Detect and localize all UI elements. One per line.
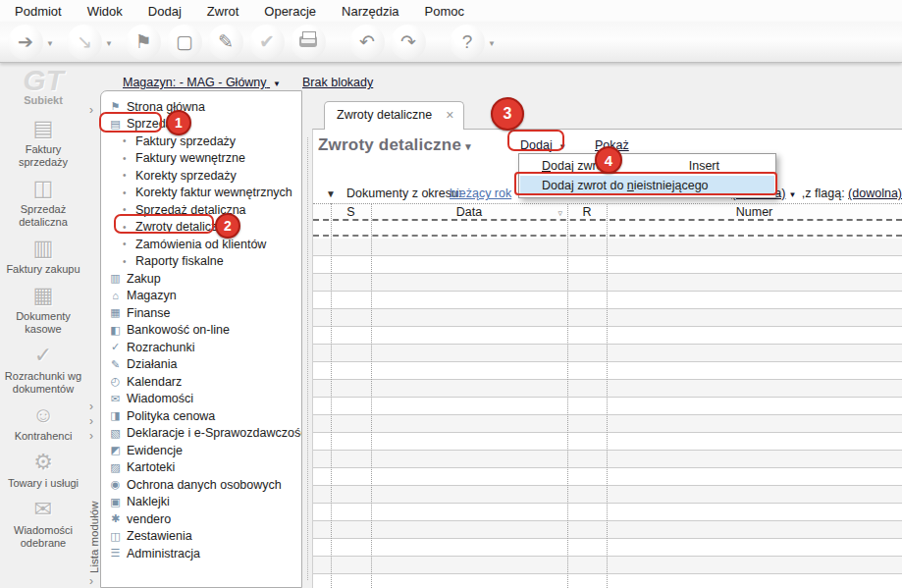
tree-item-raporty-fiskalne[interactable]: • Raporty fiskalne bbox=[101, 253, 301, 271]
tree-item-faktury-sprzedazy[interactable]: • Faktury sprzedaży bbox=[101, 133, 301, 150]
flag-icon[interactable]: ⚑ bbox=[126, 25, 161, 60]
chevron-right-icon[interactable]: › bbox=[89, 574, 93, 588]
warehouse-selector-link[interactable]: Magazyn: - MAG - Główny ▼ bbox=[123, 76, 281, 89]
tree-item-sprzedaz[interactable]: ▤ Sprzedaż bbox=[101, 116, 301, 134]
banking-icon: ◧ bbox=[108, 324, 123, 337]
contractors-icon: ☺ bbox=[27, 401, 60, 430]
column-header-numer[interactable]: Numer bbox=[607, 204, 902, 219]
tree-item-naklejki[interactable]: ▣ Naklejki bbox=[101, 494, 301, 511]
tree-item-finanse[interactable]: ▦ Finanse bbox=[101, 304, 301, 322]
navigate-icon[interactable]: ➔ ▼ bbox=[8, 25, 43, 60]
print-icon[interactable] bbox=[291, 25, 326, 60]
menu-pomoc[interactable]: Pomoc bbox=[412, 2, 477, 21]
menu-narzedzia[interactable]: Narzędzia bbox=[329, 2, 412, 21]
labels-icon: ▣ bbox=[108, 496, 123, 508]
tree-item-label: Sprzedaż bbox=[127, 117, 179, 131]
sidebar-item-rozrachunki-wg-dokumentow[interactable]: ✓ Rozrachunki wg dokumentów bbox=[1, 341, 85, 396]
menu-dodaj[interactable]: Dodaj bbox=[135, 2, 194, 21]
tree-item-deklaracje[interactable]: ▧ Deklaracje i e-Sprawozdawczość bbox=[101, 425, 301, 443]
show-menu-link[interactable]: Pokaż bbox=[595, 138, 629, 152]
edit-icon[interactable]: ✎ bbox=[208, 25, 243, 60]
navigate-caret-icon[interactable]: ▼ bbox=[46, 39, 54, 48]
table-insert-row[interactable] bbox=[313, 223, 902, 237]
tree-item-bankowosc-online[interactable]: ◧ Bankowość on-line bbox=[101, 322, 301, 340]
tree-item-magazyn[interactable]: ⌂ Magazyn bbox=[101, 288, 301, 305]
filter-flag-link[interactable]: (dowolna) bbox=[848, 187, 902, 200]
column-header-data[interactable]: Data ▿ bbox=[371, 204, 567, 219]
chevron-right-icon[interactable]: › bbox=[89, 103, 93, 117]
tree-item-zakup[interactable]: ▥ Zakup bbox=[101, 270, 301, 288]
modules-strip-label: Lista modułów bbox=[88, 455, 100, 573]
tree-item-zamowienia-od-klientow[interactable]: • Zamówienia od klientów bbox=[101, 236, 301, 253]
filter-funnel-icon[interactable]: ▼ bbox=[326, 188, 336, 199]
sidebar-item-towary-i-uslugi[interactable]: ⚙ Towary i usługi bbox=[1, 448, 85, 490]
menu-zwrot[interactable]: Zwrot bbox=[194, 2, 252, 21]
tree-item-kalendarz[interactable]: ◴ Kalendarz bbox=[101, 373, 301, 391]
tree-item-ochrona-danych[interactable]: ◉ Ochrona danych osobowych bbox=[101, 476, 301, 494]
table-body-empty-rows[interactable] bbox=[313, 239, 902, 588]
main-toolbar: ➔ ▼ ↘ ▼ ⚑ ▢ ✎ ✔ ↶ ↷ ? bbox=[0, 22, 902, 63]
menu-bar: Podmiot Widok Dodaj Zwrot Operacje Narzę… bbox=[0, 0, 902, 22]
close-icon[interactable]: × bbox=[446, 109, 453, 121]
tree-item-zwroty-detaliczne[interactable]: • Zwroty detaliczne bbox=[101, 219, 301, 237]
tree-item-faktury-wewnetrzne[interactable]: • Faktury wewnętrzne bbox=[101, 150, 301, 168]
panel-splitter[interactable] bbox=[307, 137, 308, 580]
chevron-right-icon[interactable]: › bbox=[89, 429, 93, 443]
menu-podmiot[interactable]: Podmiot bbox=[2, 2, 75, 21]
bullet-icon: • bbox=[123, 170, 129, 181]
menu-item-dodaj-zwrot[interactable]: Dodaj zwrot Insert bbox=[520, 156, 774, 176]
page-title[interactable]: Zwroty detaliczne▼ bbox=[318, 135, 473, 155]
filter-period-link[interactable]: bieżący rok bbox=[450, 187, 511, 200]
tree-item-korekty-sprzedazy[interactable]: • Korekty sprzedaży bbox=[101, 167, 301, 185]
tree-item-sprzedaz-detaliczna[interactable]: • Sprzedaż detaliczna bbox=[101, 201, 301, 219]
chevron-right-icon[interactable]: › bbox=[89, 400, 93, 413]
sidebar-item-kontrahenci[interactable]: ☺ Kontrahenci bbox=[1, 401, 85, 443]
tree-item-rozrachunki[interactable]: ✓ Rozrachunki bbox=[101, 339, 301, 356]
bullet-icon: • bbox=[123, 256, 129, 267]
tree-item-vendero[interactable]: ✱ vendero bbox=[101, 510, 301, 528]
chevron-right-icon[interactable]: › bbox=[89, 414, 93, 428]
lock-status-link[interactable]: Brak blokady bbox=[302, 76, 373, 89]
caret-down-icon[interactable]: ▼ bbox=[788, 190, 796, 199]
tree-item-zestawienia[interactable]: ◫ Zestawienia bbox=[101, 528, 301, 546]
tree-item-dzialania[interactable]: ✎ Działania bbox=[101, 356, 301, 374]
menu-operacje[interactable]: Operacje bbox=[251, 2, 329, 21]
tree-item-administracja[interactable]: ☰ Administracja bbox=[101, 545, 301, 562]
sidebar-item-label: Towary i usługi bbox=[1, 477, 85, 490]
tree-item-kartoteki[interactable]: ▨ Kartoteki bbox=[101, 459, 301, 477]
sidebar-item-wiadomosci-odebrane[interactable]: ✉ Wiadomości odebrane bbox=[1, 495, 85, 550]
tree-item-label: Ewidencje bbox=[127, 444, 183, 457]
sidebar-item-sprzedaz-detaliczna[interactable]: ◫ Sprzedaż detaliczna bbox=[1, 174, 85, 229]
help-icon[interactable]: ? ▼ bbox=[450, 25, 485, 60]
add-menu-link[interactable]: Dodaj ▼ bbox=[520, 138, 566, 152]
menu-widok[interactable]: Widok bbox=[75, 2, 135, 21]
undo-icon[interactable]: ↶ bbox=[349, 25, 385, 60]
annotation-badge-3: 3 bbox=[491, 97, 524, 131]
tree-item-ewidencje[interactable]: ◩ Ewidencje bbox=[101, 442, 301, 459]
tab-zwroty-detaliczne[interactable]: Zwroty detaliczne × bbox=[324, 101, 464, 130]
column-header-s[interactable]: S bbox=[331, 204, 371, 219]
new-document-icon[interactable]: ▢ bbox=[167, 25, 202, 60]
tree-item-polityka-cenowa[interactable]: ◨ Polityka cenowa bbox=[101, 407, 301, 425]
tree-item-korekty-faktur-wewnetrznych[interactable]: • Korekty faktur wewnętrznych bbox=[101, 185, 301, 202]
redo-icon[interactable]: ↷ bbox=[391, 25, 426, 60]
column-header-r[interactable]: R bbox=[567, 204, 607, 219]
menu-item-mnemonic: n bbox=[627, 179, 634, 192]
menu-item-dodaj-zwrot-do-nieistniejacego[interactable]: Dodaj zwrot do nieistniejącego bbox=[520, 176, 774, 195]
basket-icon: ◫ bbox=[27, 174, 60, 203]
sidebar-item-faktury-zakupu[interactable]: ▥ Faktury zakupu bbox=[1, 234, 85, 276]
app-logo: GT Subiekt bbox=[23, 67, 64, 106]
menu-item-text: odaj zwrot bbox=[551, 159, 607, 173]
actions-icon: ✎ bbox=[108, 358, 123, 371]
warehouse-icon: ⌂ bbox=[108, 290, 123, 301]
page-title-text: Zwroty detaliczne bbox=[318, 135, 461, 154]
tree-item-strona-glowna[interactable]: ⚑ Strona główna bbox=[101, 98, 301, 116]
tree-item-label: Działania bbox=[127, 357, 177, 371]
sidebar-item-faktury-sprzedazy[interactable]: ▤ Faktury sprzedaży bbox=[1, 114, 85, 169]
sidebar-item-label: Wiadomości odebrane bbox=[1, 524, 85, 550]
help-caret-icon[interactable]: ▼ bbox=[488, 39, 496, 48]
sidebar-item-dokumenty-kasowe[interactable]: ▦ Dokumenty kasowe bbox=[1, 281, 85, 336]
content-panel: Zwroty detaliczne▼ Dodaj ▼ Pokaż Dodaj z… bbox=[312, 129, 902, 588]
tree-item-wiadomosci[interactable]: ✉ Wiadomości bbox=[101, 391, 301, 408]
tree-item-label: Zamówienia od klientów bbox=[135, 238, 266, 251]
